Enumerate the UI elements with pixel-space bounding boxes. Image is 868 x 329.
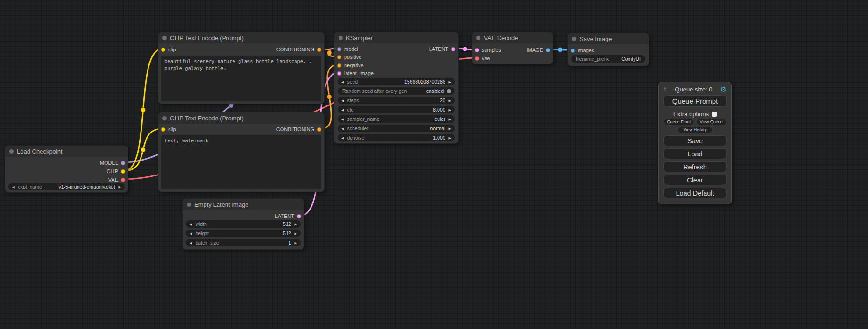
slot-dot-samples[interactable] [475, 48, 479, 52]
node-title: Load Checkpoint [17, 148, 63, 155]
slot-dot-vae[interactable] [475, 56, 479, 61]
node-title: VAE Decode [484, 35, 518, 42]
node-ksampler[interactable]: KSampler model LATENT positive negative … [334, 32, 459, 144]
widget-width[interactable]: ◀ width 512 ▶ [186, 220, 301, 228]
widget-name: sampler_name [347, 116, 379, 122]
slot-dot-clip[interactable] [161, 48, 165, 52]
refresh-button[interactable]: Refresh [663, 161, 727, 172]
slot-dot-conditioning[interactable] [317, 127, 321, 132]
collapse-dot-icon[interactable] [476, 36, 480, 40]
increment-arrow-icon[interactable]: ▶ [449, 99, 451, 102]
collapse-dot-icon[interactable] [162, 36, 167, 40]
collapse-dot-icon[interactable] [9, 149, 14, 154]
toggle-indicator-icon[interactable] [447, 89, 451, 93]
extra-options-checkbox[interactable] [712, 112, 717, 117]
node-graph-canvas[interactable]: Load Checkpoint MODEL CLIP VAE ◀ ckpt_na… [0, 0, 868, 329]
collapse-dot-icon[interactable] [162, 116, 167, 120]
decrement-arrow-icon[interactable]: ◀ [341, 136, 344, 140]
widget-batch-size[interactable]: ◀ batch_size 1 ▶ [186, 239, 301, 246]
widget-scheduler[interactable]: ◀ scheduler normal ▶ [338, 125, 455, 132]
load-default-button[interactable]: Load Default [663, 188, 727, 198]
widget-value: v1-5-pruned-emaonly.ckpt [42, 184, 115, 189]
node-vae-decode[interactable]: VAE Decode samples IMAGE vae [472, 32, 553, 64]
settings-gear-icon[interactable]: ⚙ [720, 86, 727, 93]
widget-randomize-seed[interactable]: Random seed after every gen enabled [338, 87, 455, 95]
node-title-bar[interactable]: Load Checkpoint [5, 146, 128, 157]
extra-options-label: Extra options [673, 111, 709, 118]
decrement-arrow-icon[interactable]: ◀ [190, 223, 192, 226]
collapse-dot-icon[interactable] [187, 203, 191, 207]
node-clip-text-encode-positive[interactable]: CLIP Text Encode (Prompt) clip CONDITION… [158, 32, 325, 104]
widget-height[interactable]: ◀ height 512 ▶ [186, 230, 301, 237]
slot-dot-clip[interactable] [121, 169, 125, 174]
load-button[interactable]: Load [663, 148, 727, 159]
slot-dot-latent-image[interactable] [337, 71, 341, 76]
decrement-arrow-icon[interactable]: ◀ [341, 99, 344, 102]
increment-arrow-icon[interactable]: ▶ [449, 118, 451, 121]
positive-prompt-textarea[interactable]: beautiful scenery nature glass bottle la… [161, 56, 321, 101]
slot-dot-negative[interactable] [337, 63, 341, 68]
increment-arrow-icon[interactable]: ▶ [295, 241, 297, 245]
slot-label: LATENT [275, 213, 294, 219]
increment-arrow-icon[interactable]: ▶ [119, 185, 121, 189]
slot-dot-positive[interactable] [337, 55, 341, 59]
decrement-arrow-icon[interactable]: ◀ [190, 241, 192, 245]
node-title-bar[interactable]: KSampler [334, 32, 458, 43]
slot-dot-image[interactable] [546, 48, 550, 52]
decrement-arrow-icon[interactable]: ◀ [341, 108, 344, 112]
widget-seed[interactable]: ◀ seed 156680208700286 ▶ [338, 78, 455, 85]
slot-dot-vae[interactable] [121, 178, 125, 182]
save-button[interactable]: Save [663, 135, 727, 146]
widget-ckpt-name[interactable]: ◀ ckpt_name v1-5-pruned-emaonly.ckpt ▶ [8, 183, 125, 190]
decrement-arrow-icon[interactable]: ◀ [341, 118, 344, 121]
widget-value: 156680208700286 [358, 79, 445, 84]
increment-arrow-icon[interactable]: ▶ [449, 127, 451, 130]
node-title-bar[interactable]: Empty Latent Image [183, 199, 304, 210]
widget-cfg[interactable]: ◀ cfg 8.000 ▶ [338, 106, 455, 113]
slot-dot-latent[interactable] [451, 47, 455, 51]
decrement-arrow-icon[interactable]: ◀ [12, 185, 14, 189]
node-title-bar[interactable]: VAE Decode [472, 32, 553, 43]
queue-prompt-button[interactable]: Queue Prompt [663, 95, 727, 107]
slot-label: negative [344, 63, 364, 68]
slot-dot-images[interactable] [571, 49, 575, 53]
view-queue-button[interactable]: View Queue [696, 119, 727, 125]
node-title-bar[interactable]: CLIP Text Encode (Prompt) [158, 112, 324, 124]
widget-value: 20 [359, 98, 445, 103]
widget-steps[interactable]: ◀ steps 20 ▶ [338, 97, 455, 104]
node-clip-text-encode-negative[interactable]: CLIP Text Encode (Prompt) clip CONDITION… [158, 112, 325, 192]
widget-denoise[interactable]: ◀ denoise 1.000 ▶ [338, 134, 455, 141]
collapse-dot-icon[interactable] [572, 37, 576, 41]
increment-arrow-icon[interactable]: ▶ [449, 108, 451, 112]
increment-arrow-icon[interactable]: ▶ [295, 223, 297, 226]
node-save-image[interactable]: Save Image images filename_prefix ComfyU… [567, 33, 649, 66]
increment-arrow-icon[interactable]: ▶ [449, 80, 451, 84]
slot-dot-model[interactable] [337, 47, 341, 51]
increment-arrow-icon[interactable]: ▶ [449, 136, 451, 140]
queue-front-button[interactable]: Queue Front [663, 119, 694, 125]
node-load-checkpoint[interactable]: Load Checkpoint MODEL CLIP VAE ◀ ckpt_na… [5, 145, 128, 193]
widget-sampler-name[interactable]: ◀ sampler_name euler ▶ [338, 115, 455, 123]
decrement-arrow-icon[interactable]: ◀ [341, 80, 344, 84]
clear-button[interactable]: Clear [663, 175, 727, 185]
increment-arrow-icon[interactable]: ▶ [295, 232, 297, 235]
slot-dot-conditioning[interactable] [317, 48, 321, 52]
widget-filename-prefix[interactable]: filename_prefix ComfyUI [571, 55, 645, 63]
widget-value: 512 [209, 231, 291, 236]
slot-dot-latent[interactable] [297, 214, 301, 218]
slot-dot-clip[interactable] [161, 127, 165, 132]
drag-handle-icon[interactable]: ⠿ [663, 87, 667, 91]
wire-clip-negative-midpoint-dot [141, 147, 146, 152]
decrement-arrow-icon[interactable]: ◀ [190, 232, 192, 235]
slot-label: images [578, 48, 594, 53]
node-empty-latent-image[interactable]: Empty Latent Image LATENT ◀ width 512 ▶ … [182, 198, 304, 250]
node-title-bar[interactable]: CLIP Text Encode (Prompt) [158, 32, 324, 43]
node-title: Save Image [579, 35, 612, 42]
view-history-button[interactable]: View History [677, 127, 713, 133]
slot-dot-model[interactable] [121, 161, 125, 165]
negative-prompt-textarea[interactable]: text, watermark [161, 135, 321, 189]
collapse-dot-icon[interactable] [339, 36, 343, 40]
node-title-bar[interactable]: Save Image [568, 33, 649, 44]
output-slot-conditioning: CONDITIONING [276, 126, 321, 133]
decrement-arrow-icon[interactable]: ◀ [341, 127, 344, 130]
